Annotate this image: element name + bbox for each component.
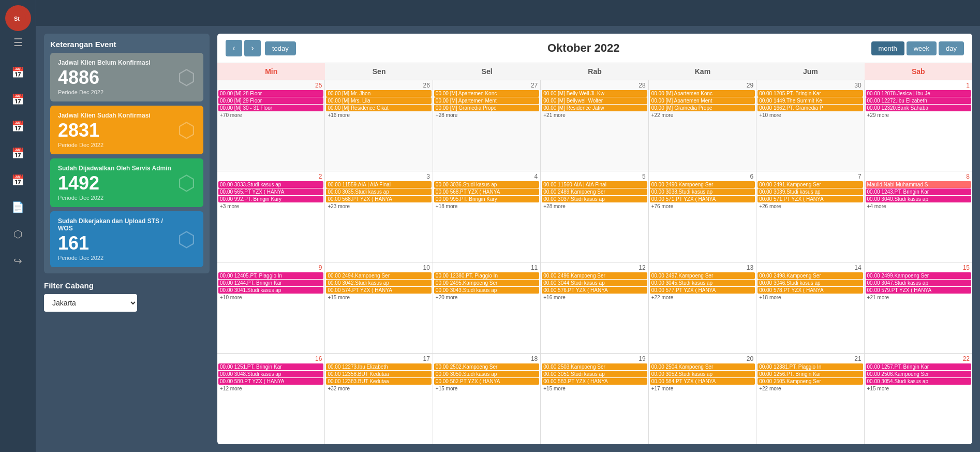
cell-week1-day0[interactable]: 200.00 3033.Studi kasus ap00.00 565.PT Y… — [217, 171, 325, 262]
event-2-0-1[interactable]: 00.00 1244.PT. Bringin Kar — [218, 280, 323, 286]
event-2-0-2[interactable]: 00.00 3041.Studi kasus ap — [218, 287, 323, 294]
hamburger-menu-icon[interactable]: ☰ — [13, 36, 23, 49]
event-2-3-0[interactable]: 00.00 2496.Kampoeng Ser — [542, 272, 647, 279]
event-2-5-0[interactable]: 00.00 2498.Kampoeng Ser — [758, 272, 863, 279]
cell-week1-day5[interactable]: 700.00 2491.Kampoeng Ser00.00 3039.Studi… — [756, 171, 864, 262]
event-3-2-0[interactable]: 00.00 2502.Kampoeng Ser — [434, 363, 539, 370]
event-1-6-2[interactable]: 00.00 3040.Studi kasus ap — [866, 196, 971, 202]
event-3-3-1[interactable]: 00.00 3051.Studi kasus ap — [542, 371, 647, 377]
event-1-3-2[interactable]: 00.00 3037.Studi kasus ap — [542, 196, 647, 202]
event-1-3-0[interactable]: 00.00 11560.AIA | AIA Final — [542, 181, 647, 188]
event-2-4-1[interactable]: 00.00 3045.Studi kasus ap — [650, 280, 755, 286]
event-3-1-2[interactable]: 00.00 12383.BUT Kedutaa — [326, 378, 431, 385]
event-3-5-0[interactable]: 00.00 12381.PT. Piaggio In — [758, 363, 863, 370]
event-0-1-2[interactable]: 00.00 [M] Residence Cikat — [326, 105, 431, 111]
event-3-6-1[interactable]: 00.00 2506.Kampoeng Ser — [866, 371, 971, 377]
sidebar-item-calendar5[interactable]: 📅 — [0, 167, 36, 194]
view-month-button[interactable]: month — [871, 41, 904, 55]
event-2-6-2[interactable]: 00.00 579.PT YZX ( HANYA — [866, 287, 971, 294]
more-events-link[interactable]: +28 more — [542, 203, 647, 210]
event-1-6-1[interactable]: 00.00 1243.PT. Bringin Kar — [866, 188, 971, 195]
event-0-3-1[interactable]: 00.00 [M] Bellywell Wolter — [542, 97, 647, 104]
cell-week1-day1[interactable]: 300.00 11559.AIA | AIA Final00.00 3035.S… — [325, 171, 433, 262]
event-0-0-0[interactable]: 00.00 [M] 28 Floor — [218, 90, 323, 97]
event-1-2-2[interactable]: 00.00 995.PT. Bringin Kary — [434, 196, 539, 202]
event-2-1-1[interactable]: 00.00 3042.Studi kasus ap — [326, 280, 431, 286]
sidebar-item-doc[interactable]: 📄 — [0, 194, 36, 221]
cell-week0-day0[interactable]: 2500.00 [M] 28 Floor00.00 [M] 29 Floor00… — [217, 80, 325, 171]
more-events-link[interactable]: +23 more — [326, 203, 431, 210]
more-events-link[interactable]: +22 more — [758, 385, 863, 392]
sidebar-item-calendar2[interactable]: 📅 — [0, 86, 36, 113]
cell-week2-day4[interactable]: 1300.00 2497.Kampoeng Ser00.00 3045.Stud… — [649, 263, 756, 353]
event-0-2-0[interactable]: 00.00 [M] Apartemen Konc — [434, 90, 539, 97]
cell-week1-day2[interactable]: 400.00 3036.Studi kasus ap00.00 568.PT Y… — [433, 171, 541, 262]
cell-week3-day4[interactable]: 2000.00 2504.Kampoeng Ser00.00 3052.Stud… — [649, 354, 756, 444]
event-0-3-2[interactable]: 00.00 [M] Residence Jatiw — [542, 105, 647, 111]
event-3-3-0[interactable]: 00.00 2503.Kampoeng Ser — [542, 363, 647, 370]
sidebar-item-export[interactable]: ⬡ — [0, 221, 36, 247]
event-1-5-1[interactable]: 00.00 3039.Studi kasus ap — [758, 188, 863, 195]
cell-week3-day3[interactable]: 1900.00 2503.Kampoeng Ser00.00 3051.Stud… — [541, 354, 648, 444]
event-3-5-1[interactable]: 00.00 1256.PT. Bringin Kar — [758, 371, 863, 377]
prev-button[interactable]: ‹ — [226, 40, 242, 56]
event-2-0-0[interactable]: 00.00 12405.PT. Piaggio In — [218, 272, 323, 279]
branch-filter-select[interactable]: Jakarta Bandung Surabaya — [44, 294, 137, 312]
event-0-6-0[interactable]: 00.00 12078.Jesica | Ibu Je — [866, 90, 971, 97]
event-0-5-0[interactable]: 00.00 1205.PT. Bringin Kar — [758, 90, 863, 97]
event-0-6-1[interactable]: 00.00 12272.Ibu Elizabeth — [866, 97, 971, 104]
cell-week0-day2[interactable]: 2700.00 [M] Apartemen Konc00.00 [M] Apar… — [433, 80, 541, 171]
more-events-link[interactable]: +22 more — [650, 112, 755, 119]
more-events-link[interactable]: +28 more — [434, 112, 539, 119]
more-events-link[interactable]: +3 more — [218, 203, 323, 210]
event-1-1-2[interactable]: 00.00 568.PT YZX ( HANYA — [326, 196, 431, 202]
event-1-0-2[interactable]: 00.00 992.PT. Bringin Kary — [218, 196, 323, 202]
event-1-1-0[interactable]: 00.00 11559.AIA | AIA Final — [326, 181, 431, 188]
event-0-5-2[interactable]: 00.00 1662.PT. Gramedia P — [758, 105, 863, 111]
event-0-4-2[interactable]: 00.00 [M] Gramedia Prope — [650, 105, 755, 111]
event-3-6-0[interactable]: 00.00 1257.PT. Bringin Kar — [866, 363, 971, 370]
event-2-6-0[interactable]: 00.00 2499.Kampoeng Ser — [866, 272, 971, 279]
cell-week1-day4[interactable]: 600.00 2490.Kampoeng Ser00.00 3038.Studi… — [649, 171, 756, 262]
event-1-5-2[interactable]: 00.00 571.PT YZX ( HANYA — [758, 196, 863, 202]
cell-week3-day2[interactable]: 1800.00 2502.Kampoeng Ser00.00 3050.Stud… — [433, 354, 541, 444]
cell-week1-day6[interactable]: 8Maulid Nabi Muhammad S00.00 1243.PT. Br… — [865, 171, 972, 262]
next-button[interactable]: › — [244, 40, 261, 56]
more-events-link[interactable]: +18 more — [758, 294, 863, 301]
event-0-3-0[interactable]: 00.00 [M] Belly Well Jl. Kw — [542, 90, 647, 97]
event-0-5-1[interactable]: 00.00 1449.The Summit Ke — [758, 97, 863, 104]
event-0-0-1[interactable]: 00.00 [M] 29 Floor — [218, 97, 323, 104]
event-1-3-1[interactable]: 00.00 2489.Kampoeng Ser — [542, 188, 647, 195]
more-events-link[interactable]: +16 more — [326, 112, 431, 119]
today-button[interactable]: today — [265, 41, 296, 55]
event-3-4-0[interactable]: 00.00 2504.Kampoeng Ser — [650, 363, 755, 370]
event-1-5-0[interactable]: 00.00 2491.Kampoeng Ser — [758, 181, 863, 188]
event-0-4-1[interactable]: 00.00 [M] Apartemen Ment — [650, 97, 755, 104]
event-2-2-0[interactable]: 00.00 12380.PT. Piaggio In — [434, 272, 539, 279]
cell-week0-day1[interactable]: 2600.00 [M] Mr. Jhon00.00 [M] Mrs. Lila0… — [325, 80, 433, 171]
cell-week0-day5[interactable]: 3000.00 1205.PT. Bringin Kar00.00 1449.T… — [756, 80, 864, 171]
event-2-6-1[interactable]: 00.00 3047.Studi kasus ap — [866, 280, 971, 286]
event-3-0-1[interactable]: 00.00 3048.Studi kasus ap — [218, 371, 323, 377]
event-3-3-2[interactable]: 00.00 583.PT YZX ( HANYA — [542, 378, 647, 385]
event-0-1-1[interactable]: 00.00 [M] Mrs. Lila — [326, 97, 431, 104]
event-1-0-1[interactable]: 00.00 565.PT YZX ( HANYA — [218, 188, 323, 195]
event-0-4-0[interactable]: 00.00 [M] Apartemen Konc — [650, 90, 755, 97]
event-2-4-0[interactable]: 00.00 2497.Kampoeng Ser — [650, 272, 755, 279]
cell-week2-day3[interactable]: 1200.00 2496.Kampoeng Ser00.00 3044.Stud… — [541, 263, 648, 353]
event-1-0-0[interactable]: 00.00 3033.Studi kasus ap — [218, 181, 323, 188]
more-events-link[interactable]: +29 more — [866, 112, 971, 119]
event-3-6-2[interactable]: 00.00 3054.Studi kasus ap — [866, 378, 971, 385]
event-1-4-0[interactable]: 00.00 2490.Kampoeng Ser — [650, 181, 755, 188]
event-0-2-2[interactable]: 00.00 [M] Gramedia Prope — [434, 105, 539, 111]
event-1-2-1[interactable]: 00.00 568.PT YZX ( HANYA — [434, 188, 539, 195]
event-2-4-2[interactable]: 00.00 577.PT YZX ( HANYA — [650, 287, 755, 294]
event-1-6-0[interactable]: Maulid Nabi Muhammad S — [866, 181, 971, 188]
cell-week2-day6[interactable]: 1500.00 2499.Kampoeng Ser00.00 3047.Stud… — [865, 263, 972, 353]
more-events-link[interactable]: +22 more — [650, 294, 755, 301]
more-events-link[interactable]: +15 more — [542, 385, 647, 392]
event-2-2-1[interactable]: 00.00 2495.Kampoeng Ser — [434, 280, 539, 286]
more-events-link[interactable]: +70 more — [218, 112, 323, 119]
cell-week3-day5[interactable]: 2100.00 12381.PT. Piaggio In00.00 1256.P… — [756, 354, 864, 444]
view-week-button[interactable]: week — [907, 41, 937, 55]
